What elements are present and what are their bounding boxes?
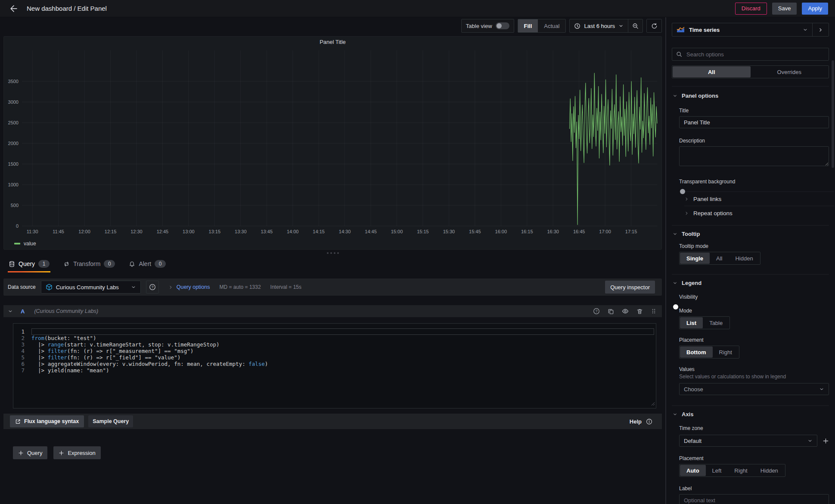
query-editor-header[interactable]: A (Curious Community Labs) ? bbox=[3, 305, 662, 317]
chevron-down-icon bbox=[673, 93, 677, 98]
svg-text:1000: 1000 bbox=[8, 182, 19, 187]
chevron-down-icon[interactable] bbox=[8, 309, 14, 314]
fill-actual-group: Fill Actual bbox=[518, 19, 566, 33]
add-expression-button[interactable]: Expression bbox=[53, 446, 100, 459]
collapse-sidebar-button[interactable] bbox=[812, 23, 829, 36]
database-icon bbox=[9, 261, 15, 267]
zoom-out-button[interactable] bbox=[628, 19, 643, 32]
chevron-down-icon bbox=[131, 284, 136, 290]
options-search[interactable] bbox=[672, 48, 829, 61]
max-data-points-stat: MD = auto = 1332 bbox=[220, 284, 261, 290]
transparent-background-label: Transparent background bbox=[679, 179, 829, 185]
panel-description-input[interactable] bbox=[679, 146, 829, 166]
section-legend[interactable]: Legend bbox=[672, 275, 702, 286]
description-label: Description bbox=[679, 138, 829, 144]
datasource-help-button[interactable]: ? bbox=[146, 281, 159, 294]
code-line[interactable]: 7 |> yield(name: "mean") bbox=[13, 367, 656, 374]
duplicate-query-button[interactable] bbox=[608, 308, 614, 315]
code-line[interactable]: 5 |> filter(fn: (r) => r["_field"] == "v… bbox=[13, 354, 656, 361]
svg-text:17:00: 17:00 bbox=[599, 229, 611, 234]
drag-query-handle[interactable] bbox=[651, 308, 657, 315]
panel-links-section[interactable]: Panel links bbox=[684, 192, 834, 206]
code-line[interactable]: 3 |> range(start: v.timeRangeStart, stop… bbox=[13, 341, 656, 348]
eye-icon bbox=[622, 308, 629, 315]
chart-panel-title: Panel Title bbox=[4, 37, 661, 48]
tooltip-mode-single[interactable]: Single bbox=[680, 253, 710, 264]
code-line[interactable]: 2from(bucket: "test") bbox=[13, 335, 656, 341]
legend-item-value[interactable]: value bbox=[24, 241, 36, 247]
section-axis[interactable]: Axis bbox=[672, 406, 693, 417]
query-editor-card: A (Curious Community Labs) ? 12from(buck… bbox=[3, 305, 662, 429]
legend-values-label: Values bbox=[679, 366, 829, 372]
repeat-options-section[interactable]: Repeat options bbox=[684, 206, 834, 220]
query-options-toggle[interactable]: Query options bbox=[168, 284, 210, 290]
refresh-button[interactable] bbox=[646, 19, 662, 33]
time-series-chart[interactable]: 050010001500200025003000350011:3011:4512… bbox=[6, 48, 660, 241]
editor-resize-handle[interactable] bbox=[651, 401, 655, 407]
copy-icon bbox=[608, 308, 614, 315]
filter-tab-all[interactable]: All bbox=[673, 66, 751, 77]
delete-query-button[interactable] bbox=[636, 308, 643, 315]
table-view-toggle[interactable] bbox=[496, 22, 509, 29]
apply-button[interactable]: Apply bbox=[802, 3, 828, 15]
panel-resize-handle[interactable] bbox=[0, 250, 665, 256]
code-line[interactable]: 6 |> aggregateWindow(every: v.windowPeri… bbox=[13, 361, 656, 367]
code-line[interactable]: 1 bbox=[13, 328, 656, 335]
panel-links-label: Panel links bbox=[693, 196, 721, 202]
svg-text:12:30: 12:30 bbox=[130, 229, 143, 234]
timezone-select[interactable]: Default bbox=[679, 435, 817, 447]
section-panel-options[interactable]: Panel options bbox=[672, 87, 718, 99]
discard-button[interactable]: Discard bbox=[735, 3, 767, 15]
axis-placement-right[interactable]: Right bbox=[728, 465, 754, 476]
datasource-picker[interactable]: Curious Community Labs bbox=[41, 281, 141, 294]
axis-placement-left[interactable]: Left bbox=[706, 465, 728, 476]
legend-placement-right[interactable]: Right bbox=[713, 346, 739, 358]
svg-text:16:45: 16:45 bbox=[573, 229, 585, 234]
add-query-button[interactable]: Query bbox=[13, 446, 47, 459]
svg-text:13:45: 13:45 bbox=[261, 229, 273, 234]
add-timezone-button[interactable] bbox=[823, 438, 829, 444]
section-tooltip[interactable]: Tooltip bbox=[672, 226, 700, 237]
flux-code-editor[interactable]: 12from(bucket: "test")3 |> range(start: … bbox=[13, 323, 656, 408]
filter-tab-overrides[interactable]: Overrides bbox=[751, 66, 829, 77]
axis-placement-auto[interactable]: Auto bbox=[680, 465, 706, 476]
query-inspector-button[interactable]: Query inspector bbox=[605, 281, 655, 294]
legend-mode-list[interactable]: List bbox=[680, 317, 703, 328]
legend-placement-bottom[interactable]: Bottom bbox=[680, 346, 713, 358]
flux-syntax-button[interactable]: Flux language syntax bbox=[10, 415, 84, 427]
tab-alert[interactable]: Alert 0 bbox=[128, 257, 167, 272]
code-line-content: |> aggregateWindow(every: v.windowPeriod… bbox=[31, 361, 654, 367]
add-query-label: Query bbox=[27, 450, 42, 456]
back-button[interactable] bbox=[7, 2, 21, 15]
legend-mode-table[interactable]: Table bbox=[703, 317, 729, 328]
tooltip-mode-hidden[interactable]: Hidden bbox=[729, 253, 759, 264]
visualization-picker[interactable]: Time series bbox=[672, 23, 812, 36]
time-range-picker[interactable]: Last 6 hours bbox=[570, 19, 628, 32]
svg-text:14:30: 14:30 bbox=[339, 229, 351, 234]
line-number: 7 bbox=[13, 367, 25, 374]
svg-text:11:30: 11:30 bbox=[27, 229, 38, 234]
sidebar-scrollbar[interactable] bbox=[832, 60, 834, 168]
options-search-input[interactable] bbox=[686, 51, 825, 58]
line-number: 2 bbox=[13, 335, 25, 341]
axis-label-input[interactable] bbox=[679, 494, 829, 504]
query-help-button[interactable]: ? bbox=[593, 308, 600, 315]
tab-transform[interactable]: Transform 0 bbox=[62, 257, 116, 272]
panel-title-input[interactable] bbox=[679, 116, 829, 128]
help-button[interactable]: Help bbox=[630, 418, 652, 425]
axis-placement-hidden[interactable]: Hidden bbox=[754, 465, 785, 476]
legend-values-select[interactable]: Choose bbox=[679, 383, 829, 395]
datasource-label: Data source bbox=[8, 284, 36, 290]
svg-text:17:15: 17:15 bbox=[625, 229, 637, 234]
help-circle-icon: ? bbox=[149, 284, 156, 291]
toggle-query-visibility-button[interactable] bbox=[622, 308, 629, 315]
save-button[interactable]: Save bbox=[772, 3, 797, 15]
tooltip-mode-all[interactable]: All bbox=[710, 253, 729, 264]
code-line[interactable]: 4 |> filter(fn: (r) => r["_measurement"]… bbox=[13, 348, 656, 354]
actual-button[interactable]: Actual bbox=[538, 19, 565, 32]
help-label: Help bbox=[630, 418, 642, 425]
tab-query[interactable]: Query 1 bbox=[8, 257, 50, 272]
sample-query-button[interactable]: Sample Query bbox=[88, 415, 133, 427]
info-circle-icon bbox=[646, 418, 652, 425]
fill-button[interactable]: Fill bbox=[518, 19, 538, 32]
